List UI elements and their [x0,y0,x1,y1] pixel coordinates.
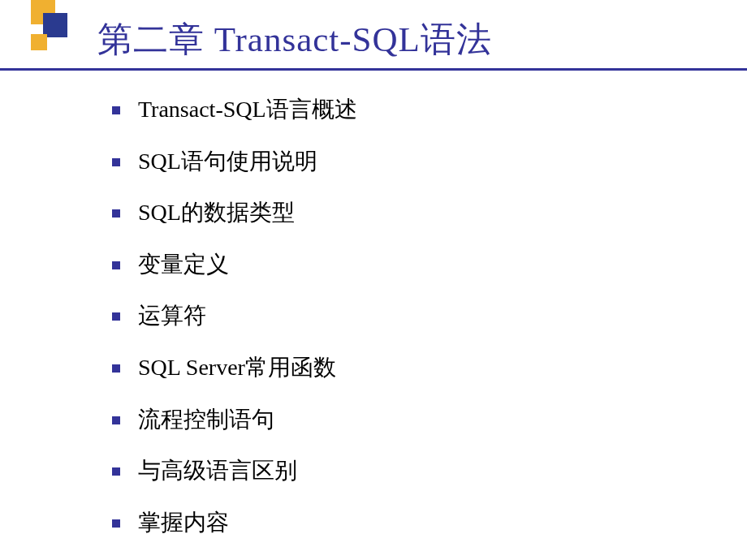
list-item: 掌握内容 [112,509,357,536]
slide-title: 第二章 Transact-SQL语法 [97,16,715,70]
list-item: SQL语句使用说明 [112,148,357,175]
list-item: Transact-SQL语言概述 [112,96,357,123]
list-item: 与高级语言区别 [112,457,357,485]
list-item: SQL的数据类型 [112,199,357,226]
title-underline [0,68,747,71]
corner-decoration [0,0,81,65]
deco-square-small [31,34,47,50]
list-item: SQL Server常用函数 [112,354,357,381]
title-container: 第二章 Transact-SQL语法 [97,16,715,70]
list-item: 流程控制语句 [112,406,357,433]
list-item: 运算符 [112,302,357,330]
content-list: Transact-SQL语言概述 SQL语句使用说明 SQL的数据类型 变量定义… [112,96,357,560]
list-item: 变量定义 [112,251,357,278]
